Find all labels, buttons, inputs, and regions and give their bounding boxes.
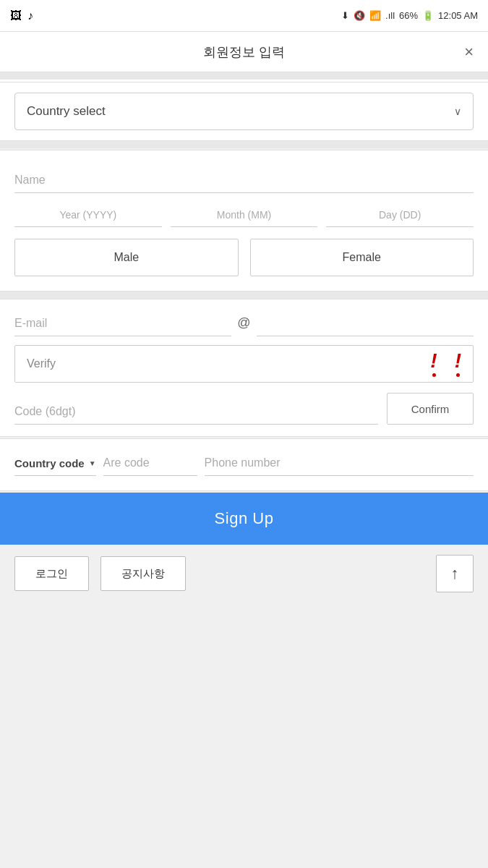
phone-number-input[interactable] [205,451,474,476]
confirm-button[interactable]: Confirm [387,393,474,425]
phone-row: Country code ▼ [14,451,474,476]
captcha-dot-2 [456,373,460,377]
country-select-section: Country select ∨ [0,82,488,141]
verify-label: Verify [27,357,421,370]
captcha-char-2: ! [455,351,461,371]
battery-icon: 🔋 [422,10,434,21]
name-input[interactable] [14,168,474,193]
dob-row [14,203,474,227]
code-row: Confirm [14,393,474,425]
music-icon: ♪ [27,9,33,22]
email-section: @ Verify ! ! Confirm [0,299,488,437]
captcha-char-2-col: ! [455,351,461,377]
gender-row: Male Female [14,239,474,276]
status-left-icons: 🖼 ♪ [10,9,33,22]
country-code-label: Country code [14,457,85,469]
battery-percent: 66% [399,10,418,21]
code-input[interactable] [14,399,378,425]
notice-button[interactable]: 공지사항 [100,556,186,591]
scroll-top-button[interactable]: ↑ [436,555,474,592]
name-field-wrapper [14,168,474,193]
female-button[interactable]: Female [250,239,474,276]
male-button[interactable]: Male [14,239,239,276]
signup-section: Sign Up [0,493,488,545]
triangle-down-icon: ▼ [89,459,96,467]
close-button[interactable]: × [464,43,474,61]
time: 12:05 AM [438,10,478,21]
captcha-char-1-col: ! [430,351,437,377]
country-select-label: Country select [27,104,106,119]
status-right-info: ⬇ 🔇 📶 .ıll 66% 🔋 12:05 AM [341,10,478,21]
section-separator-3 [0,292,488,299]
signup-button[interactable]: Sign Up [0,493,488,545]
phone-section: Country code ▼ [0,438,488,491]
email-row: @ [14,311,474,336]
country-code-button[interactable]: Country code ▼ [14,451,96,476]
login-button[interactable]: 로그인 [14,556,89,591]
download-icon: ⬇ [341,10,349,21]
email-domain-input[interactable] [257,311,474,336]
captcha-dot-1 [432,373,436,377]
signal-icon: .ıll [385,10,395,21]
captcha-char-1: ! [430,351,437,371]
at-symbol: @ [237,315,250,336]
section-separator-1 [0,72,488,80]
year-input[interactable] [14,203,162,227]
day-input[interactable] [326,203,474,227]
wifi-icon: 📶 [369,10,381,21]
image-icon: 🖼 [10,9,22,22]
country-select-dropdown[interactable]: Country select ∨ [14,93,474,130]
area-code-input[interactable] [103,451,197,476]
mute-icon: 🔇 [354,10,365,21]
personal-info-section: Male Female [0,150,488,292]
title-bar: 회원정보 입력 × [0,32,488,72]
status-bar: 🖼 ♪ ⬇ 🔇 📶 .ıll 66% 🔋 12:05 AM [0,0,488,32]
chevron-down-icon: ∨ [454,106,461,117]
bottom-nav: 로그인 공지사항 ↑ [0,545,488,603]
month-input[interactable] [171,203,318,227]
captcha-display: ! ! [430,351,461,377]
section-separator-2 [0,141,488,148]
arrow-up-icon: ↑ [451,564,459,583]
page-title: 회원정보 입력 [203,43,285,61]
email-local-input[interactable] [14,311,231,336]
verify-row[interactable]: Verify ! ! [14,345,474,383]
